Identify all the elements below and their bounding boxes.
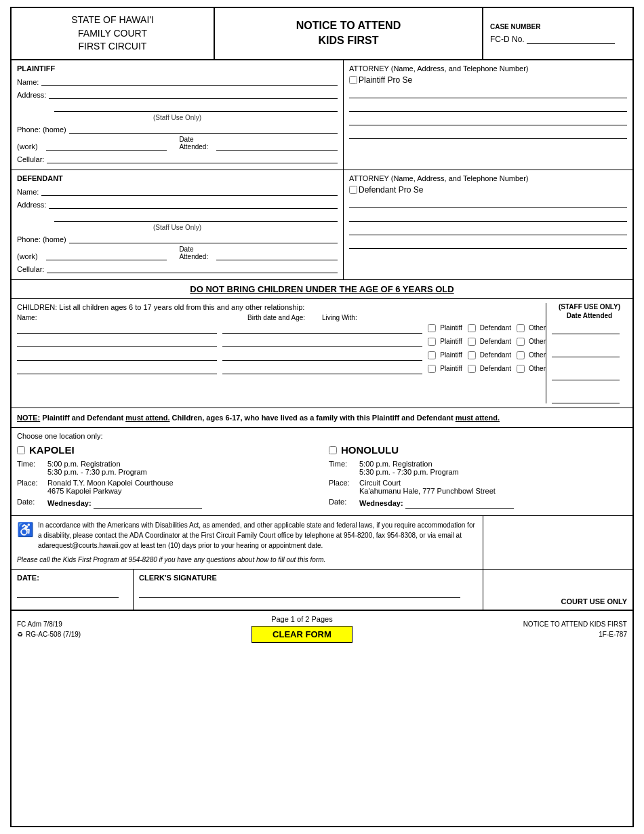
ada-italic-text: Please call the Kids First Program at 95… (17, 555, 477, 565)
plaintiff-staff-use-label: (Staff Use Only) (17, 114, 338, 121)
child-row-1: Plaintiff Defendant Other (17, 323, 546, 334)
plaintiff-attorney-input3[interactable] (349, 115, 627, 125)
child-staff-date-2[interactable] (552, 346, 620, 357)
ada-right-block (483, 516, 632, 569)
child-2-defendant-checkbox[interactable] (468, 338, 476, 346)
kapolei-col: KAPOLEI Time: 5:00 p.m. Registration 5:3… (17, 444, 315, 511)
ada-text-block: ♿ In accordance with the Americans with … (12, 516, 483, 569)
defendant-date-attended-input[interactable] (216, 250, 338, 260)
plaintiff-attorney-section: ATTORNEY (Name, Address, and Telephone N… (344, 60, 632, 170)
defendant-attorney-input1[interactable] (349, 197, 627, 208)
defendant-attorney-input3[interactable] (349, 224, 627, 235)
honolulu-checkbox[interactable] (329, 446, 337, 454)
child-staff-date-4[interactable] (552, 393, 620, 403)
kapolei-place-content: Ronald T.Y. Moon Kapolei Courthouse 4675… (47, 479, 315, 495)
children-name-header: Name: (17, 314, 247, 321)
honolulu-place-line2: Ka'ahumanu Hale, 777 Punchbowl Street (359, 487, 627, 495)
kapolei-checkbox[interactable] (17, 446, 25, 454)
honolulu-date-input[interactable] (405, 498, 514, 509)
footer-form-title: NOTICE TO ATTEND KIDS FIRST (523, 619, 627, 629)
child-staff-date-1[interactable] (552, 323, 620, 334)
defendant-phone-home-label: Phone: (home) (17, 235, 66, 243)
defendant-title: DEFENDANT (17, 174, 338, 182)
child-bd-input-1[interactable] (222, 323, 422, 334)
honolulu-time-line2: 5:30 p.m. - 7:30 p.m. Program (359, 468, 627, 476)
plaintiff-attorney-input4[interactable] (349, 128, 627, 139)
plaintiff-phone-home-input[interactable] (69, 123, 338, 134)
clerk-signature-input[interactable] (139, 587, 460, 598)
kapolei-name-row: KAPOLEI (17, 444, 315, 456)
form-title-line1: NOTICE TO ATTEND (296, 18, 401, 33)
case-number-block: CASE NUMBER FC-D No. (483, 8, 632, 59)
plaintiff-name-input[interactable] (41, 75, 338, 86)
kapolei-name: KAPOLEI (29, 444, 75, 456)
footer: FC Adm 7/8/19 ♻ RG-AC-508 (7/19) Page 1 … (12, 610, 632, 647)
child-bd-input-3[interactable] (222, 350, 422, 361)
plaintiff-attorney-input2[interactable] (349, 101, 627, 112)
child-1-plaintiff-checkbox[interactable] (428, 324, 436, 332)
case-number-prefix: FC-D No. (490, 35, 626, 44)
defendant-pro-se-checkbox[interactable] (349, 186, 357, 194)
child-4-defendant-checkbox[interactable] (468, 365, 476, 373)
child-name-input-4[interactable] (17, 363, 217, 374)
defendant-phone-home-input[interactable] (69, 233, 338, 243)
children-bd-header: Birth date and Age: (247, 314, 322, 321)
child-4-plaintiff-checkbox[interactable] (428, 365, 436, 373)
defendant-attorney-input2[interactable] (349, 211, 627, 222)
defendant-address-input[interactable] (49, 198, 338, 209)
court-use-part: COURT USE ONLY (483, 570, 632, 610)
footer-right: NOTICE TO ATTEND KIDS FIRST 1F-E-787 (523, 619, 627, 639)
defendant-cellular-input[interactable] (47, 262, 338, 273)
child-2-other-checkbox[interactable] (517, 338, 525, 346)
plaintiff-date-attended-input[interactable] (216, 140, 338, 151)
location-row: KAPOLEI Time: 5:00 p.m. Registration 5:3… (17, 444, 627, 511)
court-name-line1: STATE OF HAWAI'I (15, 14, 210, 27)
defendant-phone-work-input[interactable] (46, 250, 167, 260)
plaintiff-address-label: Address: (17, 91, 46, 99)
child-1-other-checkbox[interactable] (517, 324, 525, 332)
child-3-plaintiff-checkbox[interactable] (428, 351, 436, 359)
child-3-other-checkbox[interactable] (517, 351, 525, 359)
location-section: Choose one location only: KAPOLEI Time: … (12, 428, 632, 516)
defendant-attorney-input4[interactable] (349, 238, 627, 249)
honolulu-date-content: Wednesday: (359, 498, 627, 509)
child-staff-date-3[interactable] (552, 370, 620, 380)
kapolei-date-input[interactable] (94, 498, 202, 509)
do-not-bring-section: DO NOT BRING CHILDREN UNDER THE AGE OF 6… (12, 280, 632, 299)
child-row-2: Plaintiff Defendant Other (17, 336, 546, 347)
form-title-block: NOTICE TO ATTEND KIDS FIRST (215, 8, 483, 59)
child-name-input-3[interactable] (17, 350, 217, 361)
child-3-defendant-checkbox[interactable] (468, 351, 476, 359)
plaintiff-address-input[interactable] (49, 88, 338, 99)
case-number-input[interactable] (527, 35, 615, 44)
kapolei-place-line2: 4675 Kapolei Parkway (47, 487, 315, 495)
child-2-plaintiff-checkbox[interactable] (428, 338, 436, 346)
kapolei-time-line1: 5:00 p.m. Registration (47, 460, 315, 468)
children-section: CHILDREN: List all children ages 6 to 17… (12, 299, 632, 408)
child-living-3: Plaintiff Defendant Other (428, 351, 546, 359)
plaintiff-pro-se-checkbox[interactable] (349, 76, 357, 84)
plaintiff-cellular-input[interactable] (47, 153, 338, 163)
plaintiff-attorney-input1[interactable] (349, 87, 627, 98)
footer-form-id: 1F-E-787 (523, 629, 627, 639)
clear-form-button[interactable]: CLEAR FORM (251, 626, 353, 643)
defendant-staff-use-label: (Staff Use Only) (17, 224, 338, 231)
court-header-left: STATE OF HAWAI'I FAMILY COURT FIRST CIRC… (12, 8, 215, 59)
defendant-name-input[interactable] (41, 185, 338, 196)
date-input[interactable] (17, 587, 119, 598)
plaintiff-address2-input[interactable] (54, 101, 338, 112)
honolulu-date-label: Date: (329, 498, 359, 506)
child-name-input-2[interactable] (17, 336, 217, 347)
child-bd-input-2[interactable] (222, 336, 422, 347)
child-name-input-1[interactable] (17, 323, 217, 334)
child-living-1: Plaintiff Defendant Other (428, 324, 546, 332)
footer-left: FC Adm 7/8/19 ♻ RG-AC-508 (7/19) (17, 619, 81, 639)
child-bd-input-4[interactable] (222, 363, 422, 374)
defendant-address2-input[interactable] (54, 211, 338, 222)
child-1-defendant-checkbox[interactable] (468, 324, 476, 332)
kapolei-date-content: Wednesday: (47, 498, 315, 509)
court-name-line2: FAMILY COURT (15, 27, 210, 41)
clerk-part: CLERK'S SIGNATURE (134, 570, 483, 610)
child-4-other-checkbox[interactable] (517, 365, 525, 373)
plaintiff-phone-work-input[interactable] (46, 140, 167, 151)
